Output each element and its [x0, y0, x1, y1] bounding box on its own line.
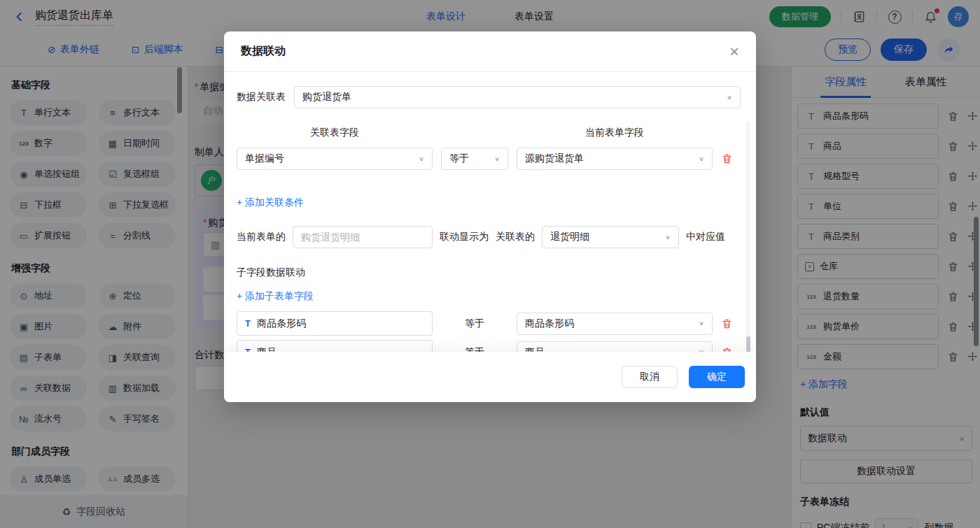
display-prefix: 当前表单的 — [237, 231, 286, 243]
trash-icon[interactable] — [721, 152, 733, 165]
subfield-target-select[interactable]: 商品条形码∨ — [517, 313, 713, 335]
modal-footer: 取消 确定 — [224, 352, 756, 402]
condition-row: 单据编号∨ 等于∨ 源购货退货单∨ — [237, 148, 741, 170]
chevron-down-icon: ∨ — [665, 234, 671, 241]
modal-title: 数据联动 — [241, 44, 286, 59]
trash-icon[interactable] — [721, 317, 733, 330]
add-condition-link[interactable]: + 添加关联条件 — [237, 197, 304, 209]
relation-field-select[interactable]: 单据编号∨ — [237, 148, 433, 170]
modal-header: 数据联动 × — [224, 31, 756, 72]
relation-subform-select[interactable]: 退货明细∨ — [542, 226, 679, 248]
confirm-button[interactable]: 确定 — [689, 366, 745, 388]
chevron-down-icon: ∨ — [419, 155, 424, 162]
equals-label: 等于 — [441, 317, 508, 330]
display-prefix2: 关联表的 — [496, 231, 535, 243]
modal-body: 数据关联表 购货退货单 ∨ 关联表字段 当前表单字段 单据编号∨ 等于∨ 源购货… — [224, 72, 756, 383]
text-icon: T — [245, 318, 251, 329]
col-header-relation-field: 关联表字段 — [237, 127, 433, 139]
subform-name-input[interactable] — [293, 226, 433, 248]
close-icon[interactable]: × — [729, 43, 739, 60]
display-config-row: 当前表单的 联动显示为 关联表的 退货明细∨ 中对应值 — [237, 226, 741, 248]
subfield-row: T商品条形码 等于 商品条形码∨ — [237, 311, 741, 336]
add-subform-field-link[interactable]: + 添加子表单字段 — [237, 290, 314, 303]
operator-select[interactable]: 等于∨ — [441, 148, 508, 170]
display-middle: 联动显示为 — [440, 231, 489, 243]
chevron-down-icon: ∨ — [494, 155, 500, 162]
app-root: 购货退货出库单 表单设计 表单设置 数据管理 ? 存 ⊘ 表单外链 — [0, 0, 980, 528]
relation-table-label: 数据关联表 — [237, 91, 286, 104]
subfield-source[interactable]: T商品条形码 — [237, 311, 433, 336]
current-form-field-select[interactable]: 源购货退货单∨ — [517, 148, 713, 170]
col-header-current-form-field: 当前表单字段 — [517, 127, 713, 139]
subfield-linkage-title: 子字段数据联动 — [237, 266, 741, 279]
condition-headers: 关联表字段 当前表单字段 — [237, 127, 741, 139]
cancel-button[interactable]: 取消 — [622, 366, 678, 388]
relation-table-row: 数据关联表 购货退货单 ∨ — [237, 86, 741, 108]
chevron-down-icon: ∨ — [727, 94, 732, 101]
relation-table-select[interactable]: 购货退货单 ∨ — [294, 86, 741, 108]
display-suffix: 中对应值 — [686, 231, 725, 243]
chevron-down-icon: ∨ — [699, 320, 704, 327]
data-linkage-modal: 数据联动 × 数据关联表 购货退货单 ∨ 关联表字段 当前表单字段 单据编号∨ … — [224, 31, 756, 402]
chevron-down-icon: ∨ — [699, 155, 704, 162]
